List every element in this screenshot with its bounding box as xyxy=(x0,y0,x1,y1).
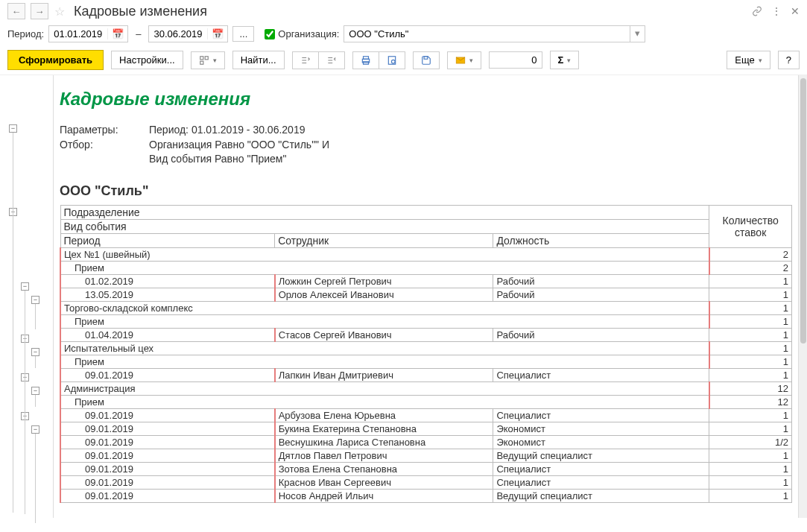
collapse-toggle[interactable]: − xyxy=(31,348,39,356)
num-input[interactable] xyxy=(489,51,542,69)
table-row[interactable]: 09.01.2019Лапкин Иван ДмитриевичСпециали… xyxy=(60,368,792,381)
calendar-icon[interactable]: 📅 xyxy=(207,28,227,39)
table-row[interactable]: 01.02.2019Ложкин Сергей ПетровичРабочий1 xyxy=(60,274,792,288)
report-title: Кадровые изменения xyxy=(60,89,792,110)
collapse-toggle[interactable]: − xyxy=(9,124,17,133)
col-header-position: Должность xyxy=(493,233,709,247)
svg-point-7 xyxy=(391,60,395,63)
nav-back-button[interactable]: ← xyxy=(7,3,25,19)
table-row[interactable]: Торгово-складской комплекс1 xyxy=(60,301,792,314)
report-table: Подразделение Количество ставок Вид собы… xyxy=(60,205,792,503)
scrollbar-thumb[interactable] xyxy=(800,78,806,343)
col-header-event: Вид события xyxy=(60,219,709,233)
table-row[interactable]: 09.01.2019Букина Екатерина СтепановнаЭко… xyxy=(60,422,792,435)
generate-button[interactable]: Сформировать xyxy=(7,50,104,70)
date-separator: – xyxy=(133,28,144,39)
collapse-toggle[interactable]: − xyxy=(31,296,39,304)
report-params: Параметры: Период: 01.01.2019 - 30.06.20… xyxy=(60,123,792,167)
collapse-toggle[interactable]: − xyxy=(31,425,39,434)
vertical-scrollbar[interactable] xyxy=(798,75,807,518)
dropdown-icon[interactable]: ▾ xyxy=(630,25,645,42)
org-select[interactable]: ▾ xyxy=(344,25,645,42)
link-icon[interactable] xyxy=(752,6,762,16)
table-row[interactable]: Прием1 xyxy=(60,355,792,368)
more-vertical-icon[interactable]: ⋮ xyxy=(771,5,782,17)
preview-button[interactable] xyxy=(379,51,405,69)
svg-rect-1 xyxy=(205,56,208,59)
collapse-toggle[interactable]: − xyxy=(21,282,29,291)
col-header-count: Количество ставок xyxy=(709,205,792,247)
col-header-dept: Подразделение xyxy=(60,205,709,219)
filter-value-1: Организация Равно "ООО "Стиль"" И xyxy=(149,138,329,153)
table-row[interactable]: Прием12 xyxy=(60,395,792,408)
company-name: ООО "Стиль" xyxy=(60,183,792,199)
params-value: Период: 01.01.2019 - 30.06.2019 xyxy=(149,123,305,138)
sigma-button[interactable]: Σ xyxy=(550,51,580,69)
table-row[interactable]: Администрация12 xyxy=(60,381,792,395)
report-body: Кадровые изменения Параметры: Период: 01… xyxy=(54,75,798,518)
page-title: Кадровые изменения xyxy=(74,4,207,19)
settings-button[interactable]: Настройки... xyxy=(111,51,183,69)
table-row[interactable]: 09.01.2019Носов Андрей ИльичВедущий спец… xyxy=(60,489,792,502)
find-button[interactable]: Найти... xyxy=(232,51,285,69)
filter-bar: Период: 📅 – 📅 ... Организация: ▾ xyxy=(0,22,807,45)
print-button[interactable] xyxy=(352,51,379,69)
table-row[interactable]: 13.05.2019Орлов Алексей ИвановичРабочий1 xyxy=(60,288,792,301)
table-row[interactable]: Испытательный цех1 xyxy=(60,341,792,355)
filter-value-2: Вид события Равно "Прием" xyxy=(149,152,329,167)
svg-rect-0 xyxy=(200,56,203,59)
nav-forward-button[interactable]: → xyxy=(31,3,48,19)
svg-rect-2 xyxy=(200,61,203,64)
org-checkbox[interactable]: Организация: xyxy=(265,28,339,39)
help-button[interactable]: ? xyxy=(778,51,800,69)
table-row[interactable]: Цех №1 (швейный)2 xyxy=(60,247,792,261)
date-to-input[interactable]: 📅 xyxy=(148,25,228,42)
filter-label: Отбор: xyxy=(60,138,149,167)
collapse-toggle[interactable]: − xyxy=(31,387,39,395)
calendar-icon[interactable]: 📅 xyxy=(107,28,127,39)
org-label: Организация: xyxy=(278,28,339,39)
collapse-all-button[interactable] xyxy=(318,51,345,69)
table-row[interactable]: Прием1 xyxy=(60,314,792,328)
table-row[interactable]: 09.01.2019Веснушкина Лариса СтепановнаЭк… xyxy=(60,435,792,449)
report-area: −−−−−−−−−− Кадровые изменения Параметры:… xyxy=(0,75,807,518)
save-button[interactable] xyxy=(413,51,440,69)
window-header: ← → ☆ Кадровые изменения ⋮ ✕ xyxy=(0,0,807,22)
col-header-period: Период xyxy=(60,233,275,247)
close-icon[interactable]: ✕ xyxy=(791,5,800,17)
variants-button[interactable] xyxy=(191,51,225,69)
table-row[interactable]: 09.01.2019Зотова Елена СтепановнаСпециал… xyxy=(60,462,792,475)
table-row[interactable]: 09.01.2019Дятлов Павел ПетровичВедущий с… xyxy=(60,449,792,462)
period-select-button[interactable]: ... xyxy=(232,26,254,42)
date-from-input[interactable]: 📅 xyxy=(48,25,128,42)
mail-button[interactable] xyxy=(447,51,481,69)
table-row[interactable]: 09.01.2019Арбузова Елена ЮрьевнаСпециали… xyxy=(60,408,792,422)
table-row[interactable]: 01.04.2019Стасов Сергей ИвановичРабочий1 xyxy=(60,328,792,341)
more-button[interactable]: Еще xyxy=(727,51,770,69)
svg-rect-8 xyxy=(424,56,428,59)
params-label: Параметры: xyxy=(60,123,149,138)
favorite-star-icon[interactable]: ☆ xyxy=(54,4,65,19)
col-header-employee: Сотрудник xyxy=(275,233,493,247)
period-label: Период: xyxy=(7,28,44,39)
table-row[interactable]: Прием2 xyxy=(60,261,792,274)
expand-all-button[interactable] xyxy=(292,51,319,69)
outline-gutter: −−−−−−−−−− xyxy=(0,75,54,518)
table-row[interactable]: 09.01.2019Краснов Иван СергеевичСпециали… xyxy=(60,475,792,489)
toolbar: Сформировать Настройки... Найти... Σ Еще… xyxy=(0,45,807,75)
